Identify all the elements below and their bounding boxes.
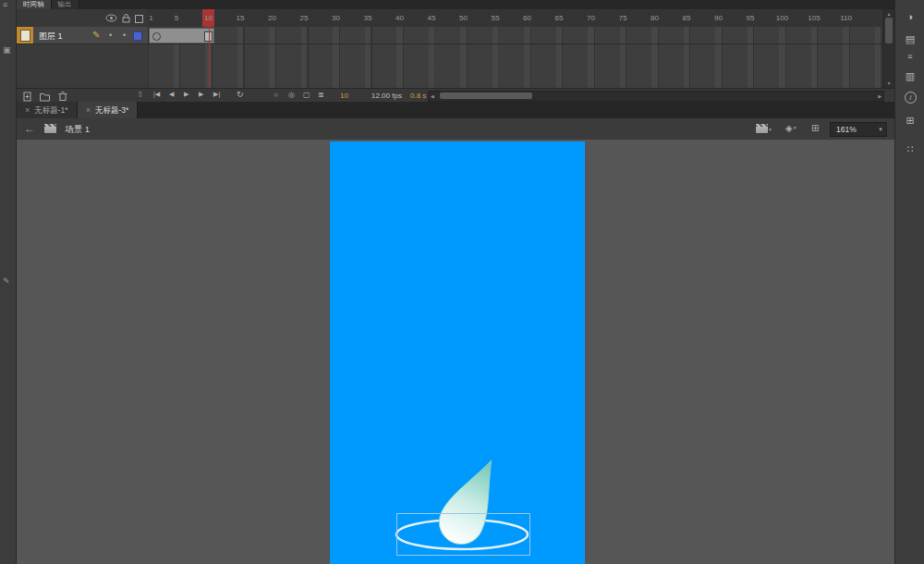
go-first-button[interactable]: |◀ xyxy=(153,91,160,98)
step-back-button[interactable]: ◀ xyxy=(169,91,174,98)
ruler-number: 90 xyxy=(708,14,730,22)
ruler-number: 1 xyxy=(148,14,162,22)
scene-name: 场景 1 xyxy=(65,124,90,136)
close-icon[interactable]: × xyxy=(25,105,30,115)
hscroll-thumb[interactable] xyxy=(440,92,532,99)
layers-header xyxy=(17,9,149,28)
edit-bar: ← 场景 1 ▼ ◈▼ ⊞ 161% ▼ xyxy=(17,118,894,141)
chevron-down-icon: ▼ xyxy=(793,125,797,130)
frames-grid[interactable] xyxy=(148,27,881,88)
loop-button[interactable]: ↻ xyxy=(237,90,244,99)
document-tab-bar: ×无标题-1* ×无标题-3* xyxy=(17,102,894,119)
elapsed-time-value: 0.8 s xyxy=(410,92,426,100)
layer-name[interactable]: 图层 1 xyxy=(39,31,63,43)
symbol-icon: ◈ xyxy=(785,123,793,133)
ruler-number: 15 xyxy=(229,14,251,22)
layer-row[interactable]: 图层 1 ✎ • • xyxy=(17,27,149,44)
scroll-up-icon[interactable]: ▲ xyxy=(883,11,894,17)
library-icon[interactable]: ▥ xyxy=(895,70,924,82)
playhead-line[interactable] xyxy=(209,27,210,88)
frame-span[interactable] xyxy=(149,28,214,43)
new-layer-button[interactable] xyxy=(22,91,33,102)
document-tab-2[interactable]: ×无标题-3* xyxy=(78,102,139,118)
timeline-toolbar: ▯ |◀ ◀ ▶ ▶ ▶| ↻ ○ ◎ ▢ ≣ 10 12.00 fps 0.8… xyxy=(17,88,894,103)
edit-scene-button[interactable]: ▼ xyxy=(756,124,772,135)
center-stage-button[interactable]: ⊞ xyxy=(811,123,819,133)
tab-output[interactable]: 输出 xyxy=(52,0,79,9)
clapperboard-icon xyxy=(756,124,768,133)
collapsed-panel-icon-2[interactable]: ✎ xyxy=(3,277,10,286)
right-dock: ◑ ▤ ≡ ▥ i ⊞ ∷ xyxy=(894,0,924,564)
close-icon[interactable]: × xyxy=(86,105,91,115)
timeline-vscrollbar[interactable]: ▲ ▼ xyxy=(882,9,894,88)
dock-menu-icon[interactable]: ≡ xyxy=(895,52,924,61)
color-icon[interactable]: ◑ xyxy=(895,11,924,22)
layer-icon xyxy=(20,30,30,42)
ruler-number: 55 xyxy=(484,14,506,22)
current-frame-value: 10 xyxy=(340,92,348,100)
scroll-down-icon[interactable]: ▼ xyxy=(883,80,894,86)
layer-visibility-dot[interactable]: • xyxy=(109,31,112,40)
chevron-down-icon: ▼ xyxy=(768,127,772,132)
collapsed-panel-icon-1[interactable]: ▣ xyxy=(3,46,11,55)
delete-button[interactable] xyxy=(57,90,68,102)
ruler-number: 30 xyxy=(325,14,347,22)
modify-markers-button[interactable]: ≣ xyxy=(318,91,324,99)
chevron-down-icon: ▼ xyxy=(878,127,883,132)
onion-outline-button[interactable]: ◎ xyxy=(288,91,295,99)
ruler-number: 65 xyxy=(548,14,570,22)
application-window: ≡ ▣ ✎ 时间轴 输出 151015202530354045505560657… xyxy=(0,0,924,564)
frame-rate-value[interactable]: 12.00 fps xyxy=(371,92,402,100)
step-forward-button[interactable]: ▶ xyxy=(199,91,203,98)
grid-icon: ⊞ xyxy=(811,123,819,133)
document-tab-2-label: 无标题-3* xyxy=(95,105,128,115)
empty-keyframe-icon xyxy=(152,32,161,41)
new-folder-button[interactable] xyxy=(39,91,51,102)
pasteboard[interactable] xyxy=(17,140,894,564)
eye-icon[interactable] xyxy=(105,14,117,22)
stage-canvas[interactable] xyxy=(330,141,585,564)
edit-multiple-frames-button[interactable]: ▢ xyxy=(303,91,310,99)
center-frame-button[interactable]: ▯ xyxy=(139,91,142,98)
onion-skin-button[interactable]: ○ xyxy=(274,91,278,99)
document-tab-1[interactable]: ×无标题-1* xyxy=(17,102,78,118)
timeline-panel: 1510152025303540455055606570758085909510… xyxy=(17,9,894,102)
play-button[interactable]: ▶ xyxy=(184,91,188,98)
lock-icon[interactable] xyxy=(121,14,130,23)
properties-icon[interactable]: i xyxy=(905,92,917,104)
vscroll-thumb[interactable] xyxy=(885,18,893,43)
ruler-number: 5 xyxy=(165,14,188,22)
document-tab-1-label: 无标题-1* xyxy=(34,105,67,115)
scene-clapper-icon xyxy=(44,124,56,133)
ruler-number: 75 xyxy=(612,14,634,22)
panel-menu-icon[interactable]: ≡ xyxy=(3,1,7,9)
zoom-select[interactable]: 161% ▼ xyxy=(830,122,887,137)
selection-box xyxy=(396,513,530,556)
ruler-number: 20 xyxy=(261,14,284,22)
row-divider xyxy=(148,43,881,44)
timeline-ruler[interactable]: 1510152025303540455055606570758085909510… xyxy=(148,9,881,28)
zoom-value: 161% xyxy=(836,125,857,134)
ruler-number: 45 xyxy=(420,14,443,22)
snap-icon[interactable]: ∷ xyxy=(895,143,924,155)
left-toolbar: ≡ ▣ ✎ xyxy=(0,0,17,564)
edit-symbol-button[interactable]: ◈▼ xyxy=(785,123,797,133)
outline-color-icon[interactable] xyxy=(135,15,143,23)
ruler-number: 100 xyxy=(772,14,794,22)
timeline-hscrollbar[interactable]: ◀ ▶ xyxy=(428,91,884,102)
align-icon[interactable]: ⊞ xyxy=(895,115,924,127)
layer-color-swatch[interactable] xyxy=(133,31,142,41)
ruler-number: 80 xyxy=(644,14,666,22)
back-button[interactable]: ← xyxy=(24,122,35,135)
tab-timeline[interactable]: 时间轴 xyxy=(17,0,52,9)
swatches-icon[interactable]: ▤ xyxy=(895,33,924,45)
ruler-number: 110 xyxy=(835,14,857,22)
ruler-number: 70 xyxy=(580,14,602,22)
ruler-number: 25 xyxy=(293,14,315,22)
scroll-left-icon[interactable]: ◀ xyxy=(431,93,434,99)
ruler-number: 40 xyxy=(389,14,411,22)
scroll-right-icon[interactable]: ▶ xyxy=(878,93,881,99)
layer-lock-dot[interactable]: • xyxy=(123,31,126,40)
tab-timeline-label: 时间轴 xyxy=(23,0,44,8)
go-last-button[interactable]: ▶| xyxy=(213,91,220,98)
